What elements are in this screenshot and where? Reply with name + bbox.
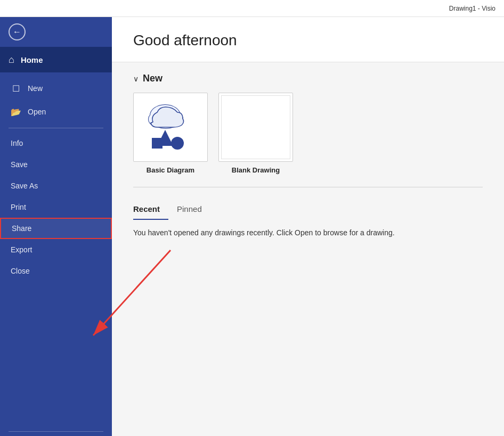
title-bar-text: Drawing1 - Visio <box>449 5 495 12</box>
svg-rect-9 <box>152 138 162 149</box>
template-blank-drawing[interactable]: Blank Drawing <box>218 93 293 174</box>
back-icon: ← <box>9 23 26 40</box>
home-icon: ⌂ <box>9 54 14 65</box>
recent-section: Recent Pinned You haven't opened any dra… <box>133 200 483 237</box>
greeting-text: Good afternoon <box>133 32 237 48</box>
blank-drawing-label: Blank Drawing <box>232 166 280 174</box>
home-label: Home <box>21 55 43 64</box>
content-area: ∨ New <box>112 62 504 436</box>
info-label: Info <box>11 139 23 147</box>
open-icon: 📂 <box>11 107 21 117</box>
sidebar-item-new[interactable]: ☐ New <box>0 77 112 100</box>
basic-diagram-thumbnail <box>133 93 208 162</box>
sidebar-divider-bottom <box>9 431 103 432</box>
sidebar: ← ⌂ Home ☐ New 📂 Open Info Save <box>0 17 112 436</box>
print-label: Print <box>11 203 26 211</box>
sidebar-item-export[interactable]: Export <box>0 239 112 260</box>
sidebar-item-home[interactable]: ⌂ Home <box>0 47 112 72</box>
section-divider <box>133 187 483 187</box>
save-as-label: Save As <box>11 182 38 190</box>
sidebar-item-info[interactable]: Info <box>0 133 112 154</box>
sidebar-divider-1 <box>9 128 103 128</box>
chevron-down-icon[interactable]: ∨ <box>133 75 139 83</box>
templates-row: Basic Diagram Blank Drawing <box>133 93 483 174</box>
new-section-header: ∨ New <box>133 73 483 84</box>
open-label: Open <box>28 108 46 116</box>
new-icon: ☐ <box>11 84 21 94</box>
tab-pinned-label: Pinned <box>177 204 202 213</box>
tabs-row: Recent Pinned <box>133 200 483 220</box>
tab-recent-label: Recent <box>133 204 160 213</box>
sidebar-item-print[interactable]: Print <box>0 196 112 218</box>
back-button[interactable]: ← <box>0 17 112 47</box>
share-label: Share <box>12 224 31 233</box>
basic-diagram-label: Basic Diagram <box>147 166 194 174</box>
new-label: New <box>28 84 43 93</box>
tab-recent[interactable]: Recent <box>133 200 168 220</box>
svg-point-10 <box>171 137 184 150</box>
save-label: Save <box>11 160 28 169</box>
greeting-section: Good afternoon <box>112 17 504 62</box>
empty-message: You haven't opened any drawings recently… <box>133 228 483 237</box>
new-section-title: New <box>143 73 162 84</box>
sidebar-item-share[interactable]: Share <box>0 218 112 239</box>
blank-thumbnail-inner <box>221 95 290 159</box>
export-label: Export <box>11 245 32 254</box>
sidebar-item-open[interactable]: 📂 Open <box>0 100 112 124</box>
sidebar-item-close[interactable]: Close <box>0 260 112 282</box>
template-basic-diagram[interactable]: Basic Diagram <box>133 93 208 174</box>
blank-drawing-thumbnail <box>218 93 293 162</box>
tab-pinned[interactable]: Pinned <box>177 200 210 220</box>
sidebar-item-save[interactable]: Save <box>0 154 112 175</box>
close-label: Close <box>11 267 30 275</box>
main-content: Good afternoon ∨ New <box>112 17 504 436</box>
sidebar-item-save-as[interactable]: Save As <box>0 175 112 196</box>
